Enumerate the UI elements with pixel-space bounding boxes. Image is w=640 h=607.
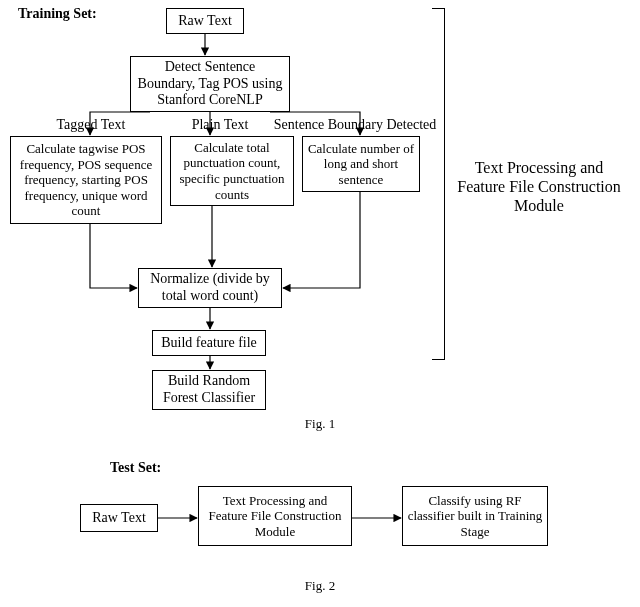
arrow-calcright-to-normalize: [283, 192, 360, 288]
fig1-edge-plain: Plain Text: [180, 117, 260, 134]
fig1-box-calc-mid: Calculate total punctuation count, speci…: [170, 136, 294, 206]
fig1-box-normalize: Normalize (divide by total word count): [138, 268, 282, 308]
arrow-calcleft-to-normalize: [90, 224, 137, 288]
fig1-box-detect-label: Detect Sentence Boundary, Tag POS using …: [135, 59, 285, 109]
fig1-box-raw-text-label: Raw Text: [178, 13, 232, 30]
fig2-title: Test Set:: [110, 460, 161, 477]
fig2-caption: Fig. 2: [0, 578, 640, 594]
fig1-box-calc-right: Calculate number of long and short sente…: [302, 136, 420, 192]
fig1-box-detect: Detect Sentence Boundary, Tag POS using …: [130, 56, 290, 112]
fig1-box-calc-left-label: Calculate tagwise POS frequency, POS seq…: [15, 141, 157, 219]
fig1-box-normalize-label: Normalize (divide by total word count): [143, 271, 277, 305]
fig2-box-raw-text-label: Raw Text: [92, 510, 146, 527]
fig1-bracket: [432, 8, 445, 360]
fig2-box-classify-label: Classify using RF classifier built in Tr…: [407, 493, 543, 540]
fig1-box-calc-mid-label: Calculate total punctuation count, speci…: [175, 140, 289, 202]
fig1-edge-tagged: Tagged Text: [46, 117, 136, 134]
fig2-box-module: Text Processing and Feature File Constru…: [198, 486, 352, 546]
diagram-canvas: Training Set: Raw Text Detect Sentence B…: [0, 0, 640, 607]
fig1-caption: Fig. 1: [0, 416, 640, 432]
fig2-box-classify: Classify using RF classifier built in Tr…: [402, 486, 548, 546]
fig1-title: Training Set:: [18, 6, 97, 23]
fig1-box-calc-right-label: Calculate number of long and short sente…: [307, 141, 415, 188]
fig1-box-build-rf: Build Random Forest Classifier: [152, 370, 266, 410]
fig1-box-build-feature-label: Build feature file: [161, 335, 257, 352]
fig2-box-module-label: Text Processing and Feature File Constru…: [203, 493, 347, 540]
fig1-bracket-label: Text Processing and Feature File Constru…: [454, 158, 624, 216]
fig2-box-raw-text: Raw Text: [80, 504, 158, 532]
fig1-box-build-rf-label: Build Random Forest Classifier: [157, 373, 261, 407]
fig1-edge-boundary: Sentence Boundary Detected: [260, 117, 450, 134]
fig1-box-raw-text: Raw Text: [166, 8, 244, 34]
fig1-box-build-feature: Build feature file: [152, 330, 266, 356]
fig1-box-calc-left: Calculate tagwise POS frequency, POS seq…: [10, 136, 162, 224]
